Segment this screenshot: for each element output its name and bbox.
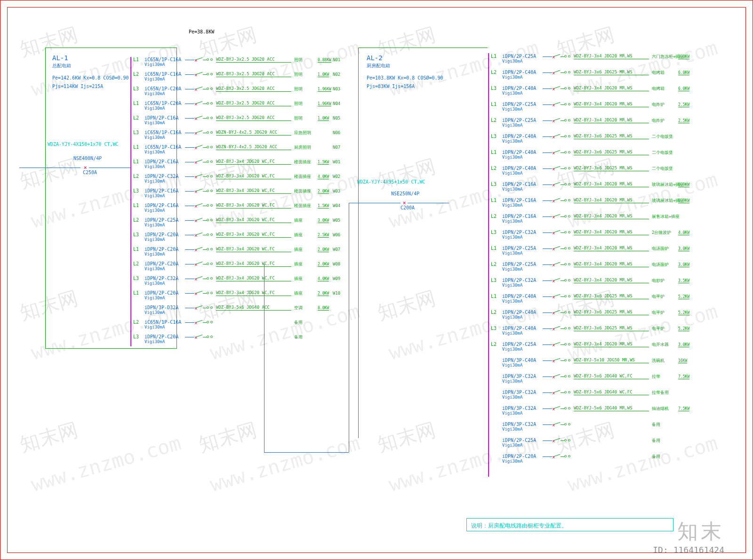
breaker-label: iDPN/2P-C20A bbox=[144, 290, 178, 296]
al2-subtitle: 厨房配电箱 bbox=[367, 63, 390, 69]
terminal-icon bbox=[210, 88, 213, 90]
switch-line bbox=[561, 408, 564, 409]
cable-line bbox=[216, 150, 291, 150]
terminal-icon bbox=[568, 423, 570, 425]
switch-line bbox=[561, 200, 564, 201]
drawing-frame: Pe=38.8KW AL-1 总配电箱 Pe=142.6KW Kx=0.8 CO… bbox=[0, 0, 753, 560]
terminal-icon bbox=[207, 73, 209, 75]
switch-line bbox=[561, 72, 564, 73]
cable-label: WDZ-BYJ-3x4 JDG20 MR,WS bbox=[574, 262, 633, 266]
breaker-label: iDPN/3P-D32A bbox=[144, 305, 178, 310]
al1-incoming-line bbox=[19, 168, 80, 168]
terminal-icon bbox=[210, 160, 213, 163]
breaker-label: iDPN/2P-C16A bbox=[144, 159, 178, 164]
rcd-label: Vigi30mA bbox=[144, 120, 165, 125]
cable-label: WDZ-BYJ-3x4 JDG20 MR,WS bbox=[574, 182, 633, 186]
circuit-id: N06 bbox=[333, 130, 340, 135]
stub-line bbox=[185, 235, 194, 235]
terminal-icon bbox=[564, 135, 567, 137]
stub-line bbox=[543, 184, 552, 185]
rcd-label: Vigi30mA bbox=[502, 347, 522, 352]
al1-busbar bbox=[130, 57, 131, 346]
stub-line bbox=[543, 200, 552, 201]
stub-line bbox=[185, 162, 194, 162]
cable-label: WDZ-BYJ-3x4 JDG20 MR,WS bbox=[574, 198, 633, 202]
terminal-icon bbox=[564, 183, 567, 185]
terminal-icon bbox=[207, 102, 209, 104]
rcd-label: Vigi30mA bbox=[502, 379, 522, 384]
terminal-icon bbox=[568, 359, 570, 361]
circuit-desc: 电汤面炉 bbox=[652, 246, 669, 252]
terminal-icon bbox=[568, 119, 570, 121]
switch-line bbox=[203, 104, 207, 104]
circuit-desc: 二个电饭煲 bbox=[652, 134, 673, 140]
rcd-label: Vigi30mA bbox=[144, 135, 165, 140]
circuit-id: N07 bbox=[333, 145, 340, 150]
switch-line bbox=[203, 264, 207, 264]
switch-line bbox=[561, 392, 564, 393]
terminal-icon bbox=[207, 117, 209, 119]
circuit-desc: 备用 bbox=[294, 334, 303, 340]
rcd-label: Vigi30mA bbox=[144, 77, 165, 81]
power-label: 4.0KW bbox=[318, 175, 329, 179]
circuit-desc: 展售冰箱+插座 bbox=[652, 214, 680, 220]
phase-label: L2 bbox=[491, 342, 502, 347]
cable-label: WDZ-BYJ-3x4 JDG20 WC,FC bbox=[216, 159, 275, 164]
cable-label: WDZ-BYJ-3x4 JDG20 MR,WS bbox=[574, 246, 633, 250]
terminal-icon bbox=[568, 407, 570, 409]
switch-line bbox=[561, 344, 564, 345]
terminal-icon bbox=[564, 55, 567, 57]
circuit-desc: 应急照明 bbox=[294, 130, 311, 136]
switch-line bbox=[561, 56, 564, 57]
power-label: 4.0KW bbox=[318, 277, 329, 281]
cable-label: WDZ-BYJ-3x6 JDG25 MR,WS bbox=[574, 294, 633, 298]
cable-line bbox=[216, 164, 291, 165]
cable-line bbox=[574, 59, 649, 59]
switch-line bbox=[561, 264, 564, 265]
circuit-desc: 备用 bbox=[294, 320, 303, 326]
stub-line bbox=[185, 293, 194, 294]
al2-feeder-label: WDZA-YJY-4X95+1x50 CT,WC bbox=[357, 179, 425, 184]
cable-line bbox=[216, 296, 291, 296]
stub-line bbox=[543, 456, 552, 457]
cable-line bbox=[216, 62, 291, 63]
breaker-label: iC65N/1P-C16A bbox=[144, 144, 181, 150]
breaker-label: iDPN/3P-C32A bbox=[502, 406, 536, 411]
breaker-label: iDPN/2P-C25A bbox=[502, 118, 536, 123]
stub-line bbox=[543, 56, 552, 57]
cable-line bbox=[574, 299, 649, 299]
terminal-icon bbox=[568, 439, 570, 441]
stub-line bbox=[543, 216, 552, 217]
terminal-icon bbox=[207, 160, 209, 163]
terminal-icon bbox=[564, 71, 567, 73]
stub-line bbox=[543, 344, 552, 345]
stub-line bbox=[543, 296, 552, 297]
cable-line bbox=[216, 281, 291, 281]
al1-param-0: Pe=142.6KW Kx=0.8 COSØ=0.90 bbox=[52, 75, 129, 81]
stub-line bbox=[543, 424, 552, 425]
phase-label: L2 bbox=[133, 217, 144, 223]
link-h bbox=[264, 452, 349, 453]
switch-line bbox=[561, 88, 564, 89]
phase-label: L1 bbox=[491, 54, 502, 59]
circuit-desc: 空调 bbox=[294, 305, 303, 311]
switch-line bbox=[203, 133, 207, 133]
switch-line bbox=[203, 279, 207, 279]
circuit-desc: 拉带 bbox=[652, 374, 660, 380]
breaker-label: iDPN/2P-C40A bbox=[502, 166, 536, 171]
breaker-label: iDPN/2P-C32A bbox=[502, 278, 536, 283]
cable-line bbox=[216, 223, 291, 223]
stub-line bbox=[185, 220, 194, 221]
circuit-id: N02 bbox=[333, 72, 340, 77]
stub-line bbox=[543, 360, 552, 361]
cable-label: WDZ-BYJ-5x6 JDG40 WC,FC bbox=[574, 374, 633, 378]
phase-label: L3 bbox=[491, 278, 502, 283]
circuit-id: W06 bbox=[333, 232, 340, 237]
terminal-icon bbox=[210, 248, 213, 250]
circuit-desc: 2台微波炉 bbox=[652, 230, 671, 236]
switch-line bbox=[203, 118, 207, 119]
circuit-desc: 电平炉 bbox=[652, 294, 665, 300]
cable-line bbox=[574, 171, 649, 171]
rcd-label: Vigi30mA bbox=[502, 299, 522, 304]
phase-label: L2 bbox=[491, 166, 502, 171]
